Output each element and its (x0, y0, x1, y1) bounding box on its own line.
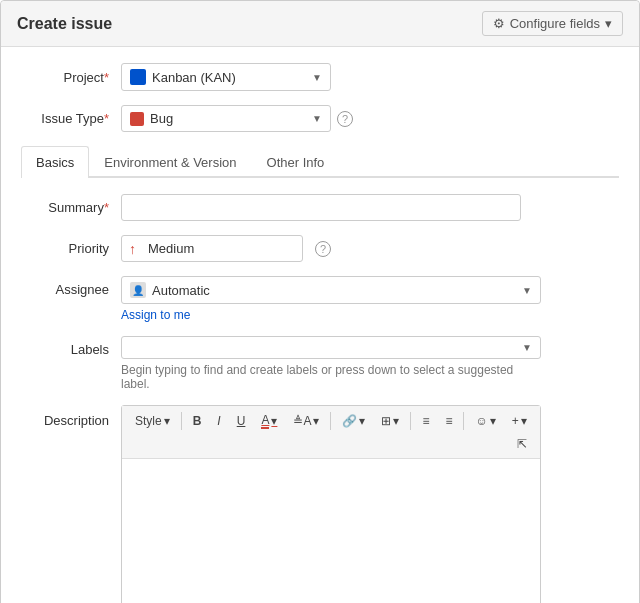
configure-fields-button[interactable]: ⚙ Configure fields ▾ (482, 11, 623, 36)
priority-select-wrapper: ↑ Highest High Medium Low Lowest (121, 235, 303, 262)
description-row: Description Style ▾ B I U A (21, 405, 619, 603)
assign-to-me-link[interactable]: Assign to me (121, 308, 541, 322)
priority-control: ↑ Highest High Medium Low Lowest ? (121, 235, 331, 262)
link-button[interactable]: 🔗 ▾ (335, 411, 372, 431)
toolbar-separator-3 (410, 412, 411, 430)
dialog-header: Create issue ⚙ Configure fields ▾ (1, 1, 639, 47)
assignee-chevron-icon: ▼ (522, 285, 532, 296)
tab-environment[interactable]: Environment & Version (89, 146, 251, 178)
link-chevron-icon: ▾ (359, 414, 365, 428)
issue-type-help-icon[interactable]: ? (337, 111, 353, 127)
labels-chevron-icon: ▼ (522, 342, 532, 353)
description-label: Description (21, 405, 121, 428)
toolbar-separator-4 (463, 412, 464, 430)
create-issue-dialog: Create issue ⚙ Configure fields ▾ Projec… (0, 0, 640, 603)
more-chevron-icon: ▾ (521, 414, 527, 428)
emoji-chevron-icon: ▾ (490, 414, 496, 428)
priority-select[interactable]: Highest High Medium Low Lowest (121, 235, 303, 262)
issue-type-chevron-icon: ▼ (312, 113, 322, 124)
font-color-chevron-icon: ▾ (271, 414, 277, 428)
more-button[interactable]: + ▾ (505, 411, 534, 431)
assignee-select[interactable]: 👤 Automatic ▼ (121, 276, 541, 304)
dialog-body: Project* Kanban (KAN) ▼ Issue Type* Bug … (1, 47, 639, 603)
issue-type-select[interactable]: Bug ▼ (121, 105, 331, 132)
labels-hint: Begin typing to find and create labels o… (121, 363, 541, 391)
summary-label: Summary* (21, 200, 121, 215)
tab-basics[interactable]: Basics (21, 146, 89, 178)
issue-type-label: Issue Type* (21, 111, 121, 126)
emoji-button[interactable]: ☺ ▾ (468, 411, 502, 431)
insert-chevron-icon: ▾ (393, 414, 399, 428)
bullet-list-button[interactable]: ≡ (415, 411, 436, 431)
priority-row: Priority ↑ Highest High Medium Low Lowes… (21, 235, 619, 262)
style-chevron-icon: ▾ (164, 414, 170, 428)
project-select[interactable]: Kanban (KAN) ▼ (121, 63, 331, 91)
project-control: Kanban (KAN) ▼ (121, 63, 541, 91)
project-chevron-icon: ▼ (312, 72, 322, 83)
priority-label: Priority (21, 241, 121, 256)
underline-button[interactable]: U (230, 411, 253, 431)
bug-icon (130, 112, 144, 126)
gear-icon: ⚙ (493, 16, 505, 31)
assignee-row: Assignee 👤 Automatic ▼ Assign to me (21, 276, 619, 322)
chevron-down-icon: ▾ (605, 16, 612, 31)
editor-container: Style ▾ B I U A ▾ ≜A ▾ (121, 405, 541, 603)
toolbar-separator-1 (181, 412, 182, 430)
dialog-title: Create issue (17, 15, 112, 33)
tabs-container: Basics Environment & Version Other Info (21, 146, 619, 178)
expand-button[interactable]: ⇱ (510, 434, 534, 454)
assignee-icon: 👤 (130, 282, 146, 298)
assignee-label: Assignee (21, 276, 121, 297)
issue-type-control: Bug ▼ ? (121, 105, 541, 132)
labels-row: Labels ▼ Begin typing to find and create… (21, 336, 619, 391)
assignee-control: 👤 Automatic ▼ Assign to me (121, 276, 541, 322)
assignee-value: Automatic (152, 283, 516, 298)
toolbar-separator-2 (330, 412, 331, 430)
project-label: Project* (21, 70, 121, 85)
summary-row: Summary* (21, 194, 619, 221)
configure-fields-label: Configure fields (510, 16, 600, 31)
number-list-button[interactable]: ≡ (438, 411, 459, 431)
priority-help-icon[interactable]: ? (315, 241, 331, 257)
labels-control: ▼ Begin typing to find and create labels… (121, 336, 541, 391)
insert-button[interactable]: ⊞ ▾ (374, 411, 406, 431)
description-control: Style ▾ B I U A ▾ ≜A ▾ (121, 405, 541, 603)
font-size-chevron-icon: ▾ (313, 414, 319, 428)
description-editor[interactable] (122, 459, 540, 603)
style-button[interactable]: Style ▾ (128, 411, 177, 431)
editor-toolbar: Style ▾ B I U A ▾ ≜A ▾ (122, 406, 540, 459)
summary-control (121, 194, 541, 221)
bold-button[interactable]: B (186, 411, 209, 431)
project-row: Project* Kanban (KAN) ▼ (21, 63, 619, 91)
project-icon (130, 69, 146, 85)
font-color-button[interactable]: A ▾ (254, 410, 284, 432)
summary-input[interactable] (121, 194, 521, 221)
labels-select[interactable]: ▼ (121, 336, 541, 359)
issue-type-value: Bug (150, 111, 306, 126)
labels-label: Labels (21, 336, 121, 357)
italic-button[interactable]: I (210, 411, 227, 431)
project-value: Kanban (KAN) (152, 70, 306, 85)
issue-type-row: Issue Type* Bug ▼ ? (21, 105, 619, 132)
tab-other-info[interactable]: Other Info (252, 146, 340, 178)
font-size-button[interactable]: ≜A ▾ (286, 411, 326, 431)
